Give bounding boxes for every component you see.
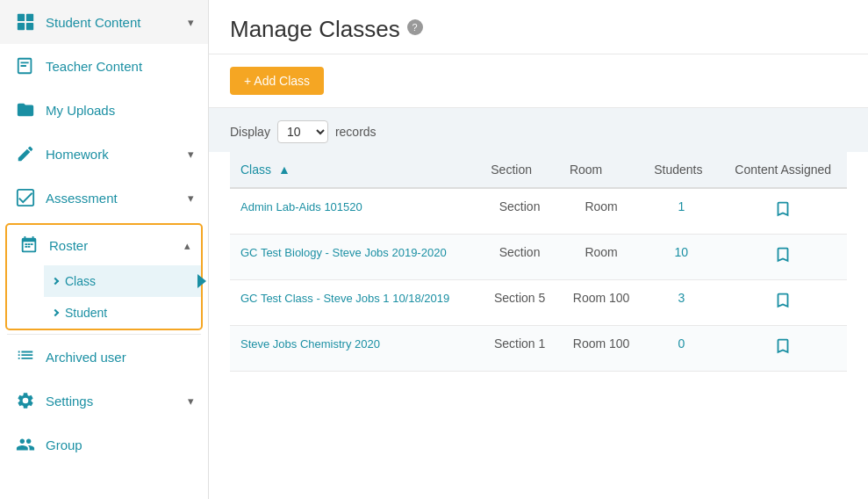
column-header-class[interactable]: Class ▲ [230, 152, 480, 188]
check-icon [14, 188, 37, 207]
arrow-right-icon-class [52, 278, 59, 285]
grid-icon [14, 12, 37, 32]
content-book-icon[interactable] [773, 250, 793, 268]
svg-rect-7 [31, 243, 33, 245]
sidebar-item-homework[interactable]: Homework ▾ [0, 132, 208, 176]
sidebar-label-teacher-content: Teacher Content [46, 59, 142, 74]
content-assigned-cell[interactable] [719, 280, 847, 326]
svg-rect-0 [18, 14, 25, 21]
class-name-cell: GC Test Class - Steve Jobs 1 10/18/2019 [230, 280, 480, 326]
column-header-section: Section [480, 152, 559, 188]
toolbar: + Add Class [209, 54, 868, 108]
room-cell: Room [559, 188, 643, 235]
students-cell: 1 [643, 188, 719, 235]
sidebar-label-assessment: Assessment [46, 191, 118, 206]
chevron-down-icon: ▾ [188, 16, 194, 29]
column-header-room: Room [559, 152, 643, 188]
svg-rect-5 [25, 243, 27, 245]
sidebar-label-group: Group [46, 438, 82, 452]
chevron-down-icon-settings: ▾ [188, 394, 194, 408]
list-icon [14, 347, 37, 366]
class-name-cell: GC Test Biology - Steve Jobs 2019-2020 [230, 235, 480, 280]
sidebar-item-my-uploads[interactable]: My Uploads [0, 88, 208, 132]
records-label: records [335, 125, 377, 139]
column-label-students: Students [654, 163, 702, 177]
column-header-students: Students [643, 152, 719, 188]
sidebar-label-class: Class [65, 274, 96, 288]
sidebar-item-student-content[interactable]: Student Content ▾ [0, 0, 208, 44]
add-class-button[interactable]: + Add Class [230, 67, 324, 95]
content-book-icon[interactable] [773, 296, 793, 314]
svg-rect-4 [18, 190, 33, 206]
class-name-link[interactable]: GC Test Class - Steve Jobs 1 10/18/2019 [240, 292, 449, 305]
sidebar-item-assessment[interactable]: Assessment ▾ [0, 176, 208, 220]
table-row: GC Test Class - Steve Jobs 1 10/18/2019S… [230, 280, 847, 326]
content-book-icon[interactable] [773, 205, 793, 222]
svg-rect-8 [25, 246, 27, 248]
book-icon [14, 56, 37, 76]
class-name-link[interactable]: Steve Jobs Chemistry 2020 [240, 337, 380, 351]
column-header-content-assigned: Content Assigned [719, 152, 847, 188]
column-label-section: Section [491, 163, 532, 177]
sidebar-item-settings[interactable]: Settings ▾ [0, 379, 208, 423]
column-label-room: Room [570, 163, 602, 177]
svg-rect-9 [28, 246, 31, 248]
table-row: Steve Jobs Chemistry 2020Section 1Room 1… [230, 326, 847, 372]
sidebar-item-roster[interactable]: Roster ▴ [7, 225, 201, 265]
sidebar: Student Content ▾ Teacher Content My Upl… [0, 0, 209, 499]
main-content: Manage Classes ? + Add Class Display 10 … [209, 0, 868, 499]
chevron-down-icon-assessment: ▾ [188, 192, 194, 205]
display-row: Display 10 25 50 100 records [209, 108, 868, 152]
students-cell: 3 [643, 280, 719, 326]
sort-arrow-class: ▲ [278, 163, 291, 177]
roster-submenu: Class Student [7, 265, 201, 329]
section-cell: Section 5 [480, 280, 559, 326]
content-assigned-cell[interactable] [719, 188, 847, 235]
sidebar-label-student-content: Student Content [46, 15, 140, 30]
display-label: Display [230, 125, 270, 139]
class-name-cell: Steve Jobs Chemistry 2020 [230, 326, 480, 372]
column-label-content-assigned: Content Assigned [735, 163, 831, 177]
sidebar-item-student[interactable]: Student [44, 297, 201, 329]
svg-rect-6 [28, 243, 31, 245]
class-name-link[interactable]: Admin Lab-Aids 101520 [240, 200, 362, 213]
section-cell: Section [480, 235, 559, 280]
page-title: Manage Classes [230, 16, 400, 43]
classes-table: Class ▲ Section Room Students Content As… [230, 152, 847, 372]
folder-icon [14, 100, 37, 119]
chevron-down-icon-homework: ▾ [188, 148, 194, 161]
page-header: Manage Classes ? [209, 0, 868, 54]
room-cell: Room 100 [559, 326, 643, 372]
class-name-link[interactable]: GC Test Biology - Steve Jobs 2019-2020 [240, 246, 447, 259]
sidebar-item-group[interactable]: Group [0, 423, 208, 466]
content-assigned-cell[interactable] [719, 235, 847, 280]
help-icon[interactable]: ? [407, 19, 423, 35]
sidebar-label-my-uploads: My Uploads [46, 103, 115, 118]
sidebar-item-archived-user[interactable]: Archived user [0, 335, 208, 379]
sidebar-label-homework: Homework [46, 147, 109, 162]
svg-rect-1 [26, 14, 33, 21]
svg-rect-2 [18, 23, 25, 30]
room-cell: Room [559, 235, 643, 280]
records-per-page-select[interactable]: 10 25 50 100 [277, 120, 328, 143]
section-cell: Section 1 [480, 326, 559, 372]
svg-rect-3 [26, 23, 33, 30]
room-cell: Room 100 [559, 280, 643, 326]
students-cell: 0 [643, 326, 719, 372]
pencil-icon [14, 144, 37, 163]
chevron-up-icon-roster: ▴ [184, 239, 190, 252]
gear-icon [14, 391, 37, 410]
arrow-right-icon-student [52, 309, 59, 316]
column-label-class: Class [240, 163, 271, 177]
table-row: GC Test Biology - Steve Jobs 2019-2020Se… [230, 235, 847, 280]
sidebar-item-teacher-content[interactable]: Teacher Content [0, 44, 208, 88]
sidebar-item-class[interactable]: Class [44, 265, 201, 297]
content-assigned-cell[interactable] [719, 326, 847, 372]
section-cell: Section [480, 188, 559, 235]
table-section: Display 10 25 50 100 records Class ▲ Sec… [209, 108, 868, 499]
sidebar-label-roster: Roster [49, 238, 88, 253]
sidebar-label-archived-user: Archived user [46, 350, 126, 365]
students-cell: 10 [643, 235, 719, 280]
content-book-icon[interactable] [773, 342, 793, 359]
table-row: Admin Lab-Aids 101520SectionRoom1 [230, 188, 847, 235]
